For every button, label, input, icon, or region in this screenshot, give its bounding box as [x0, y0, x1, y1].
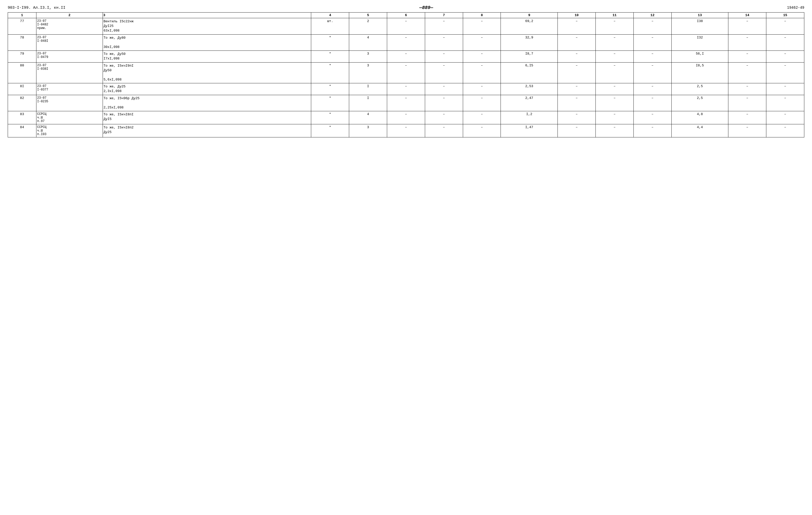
row-cell-4: "	[311, 95, 349, 111]
row-cell-5: 2	[349, 18, 387, 35]
col-header-1: 1	[8, 12, 36, 18]
table-row: 7823-07 I-048IТо же, Ду80 30хI,098"4–––3…	[8, 34, 804, 51]
row-cell-13: I38	[671, 18, 728, 35]
row-description: То же, Ду25 2,3хI,098	[103, 83, 311, 95]
row-cell-11: –	[596, 18, 633, 35]
col-header-9: 9	[501, 12, 558, 18]
row-cell-7: –	[425, 18, 463, 35]
row-number: 83	[8, 111, 36, 124]
row-cell-11: –	[596, 83, 633, 95]
row-cell-6: –	[387, 34, 425, 51]
row-cell-13: 4,4	[671, 124, 728, 138]
row-cell-10: –	[558, 111, 596, 124]
row-description: То же, Ду80 30хI,098	[103, 34, 311, 51]
row-cell-5: I	[349, 83, 387, 95]
row-cell-12: –	[633, 111, 671, 124]
table-row: 8223-07 I-0235То же, I5ч96р Ду25 2,25хI,…	[8, 95, 804, 111]
row-cell-15: –	[766, 95, 804, 111]
table-row: 84ССРСЦ ч.Ш п.I03То же, I5кчI8п2 Ду25"3–…	[8, 124, 804, 138]
row-cell-14: –	[728, 62, 766, 83]
row-cell-13: 2,5	[671, 95, 728, 111]
row-description: То же, I5кчI8пI ДуI5	[103, 111, 311, 124]
col-header-2: 2	[36, 12, 103, 18]
col-header-14: 14	[728, 12, 766, 18]
row-cell-6: –	[387, 51, 425, 62]
row-cell-10: –	[558, 95, 596, 111]
table-row: 8I23-07 I-0377То же, Ду25 2,3хI,098"I–––…	[8, 83, 804, 95]
row-number: 79	[8, 51, 36, 62]
row-cell-14: –	[728, 51, 766, 62]
row-cell-7: –	[425, 62, 463, 83]
row-cell-11: –	[596, 51, 633, 62]
row-code: 23-07 I-0235	[36, 95, 103, 111]
row-cell-5: I	[349, 95, 387, 111]
row-number: 80	[8, 62, 36, 83]
row-code: 23-07 I-0482 прим.	[36, 18, 103, 35]
table-row: 8023-07 I-038IТо же, I5кчI9пI Ду50 5,6хI…	[8, 62, 804, 83]
row-cell-4: "	[311, 111, 349, 124]
row-cell-14: –	[728, 124, 766, 138]
row-cell-11: –	[596, 34, 633, 51]
row-cell-13: 4,8	[671, 111, 728, 124]
table-row: 7923-07 I-0479То же, Ду50 I7хI,098"3–––I…	[8, 51, 804, 62]
row-cell-12: –	[633, 95, 671, 111]
row-cell-11: –	[596, 62, 633, 83]
row-number: 8I	[8, 83, 36, 95]
row-cell-12: –	[633, 51, 671, 62]
row-cell-15: –	[766, 83, 804, 95]
row-cell-15: –	[766, 34, 804, 51]
main-table: 1 2 3 4 5 6 7 8 9 10 11 12 13 14 15 7723…	[8, 12, 804, 138]
col-header-8: 8	[463, 12, 501, 18]
row-number: 78	[8, 34, 36, 51]
row-code: 23-07 I-0479	[36, 51, 103, 62]
row-code: 23-07 I-0377	[36, 83, 103, 95]
row-cell-5: 4	[349, 34, 387, 51]
row-cell-10: –	[558, 62, 596, 83]
row-code: 23-07 I-038I	[36, 62, 103, 83]
col-header-10: 10	[558, 12, 596, 18]
row-description: Вентиль I5с22нж ДуI25 63хI,098	[103, 18, 311, 35]
header-center: —889—	[419, 5, 433, 10]
row-cell-15: –	[766, 111, 804, 124]
row-number: 84	[8, 124, 36, 138]
row-number: 82	[8, 95, 36, 111]
row-cell-9: 32,9	[501, 34, 558, 51]
row-cell-13: 2,5	[671, 83, 728, 95]
row-cell-14: –	[728, 18, 766, 35]
row-cell-15: –	[766, 62, 804, 83]
row-cell-9: I,2	[501, 111, 558, 124]
col-header-12: 12	[633, 12, 671, 18]
row-cell-13: I8,5	[671, 62, 728, 83]
row-cell-10: –	[558, 124, 596, 138]
row-cell-8: –	[463, 111, 501, 124]
row-cell-9: 69,2	[501, 18, 558, 35]
row-cell-12: –	[633, 34, 671, 51]
row-cell-4: шт.	[311, 18, 349, 35]
row-cell-6: –	[387, 18, 425, 35]
header-left: 903-I-I99. Ал.I3.I, кн.II	[8, 6, 65, 10]
row-cell-15: –	[766, 124, 804, 138]
row-cell-12: –	[633, 62, 671, 83]
col-header-6: 6	[387, 12, 425, 18]
row-cell-4: "	[311, 51, 349, 62]
row-cell-5: 3	[349, 62, 387, 83]
row-cell-9: 2,47	[501, 95, 558, 111]
table-row: 7723-07 I-0482 прим.Вентиль I5с22нж ДуI2…	[8, 18, 804, 35]
row-cell-10: –	[558, 34, 596, 51]
row-description: То же, Ду50 I7хI,098	[103, 51, 311, 62]
row-cell-4: "	[311, 83, 349, 95]
row-cell-4: "	[311, 34, 349, 51]
col-header-13: 13	[671, 12, 728, 18]
row-cell-9: I8,7	[501, 51, 558, 62]
row-cell-10: –	[558, 83, 596, 95]
row-cell-9: 6,I5	[501, 62, 558, 83]
row-cell-6: –	[387, 124, 425, 138]
row-cell-5: 3	[349, 51, 387, 62]
col-header-11: 11	[596, 12, 633, 18]
row-cell-14: –	[728, 34, 766, 51]
row-cell-13: I32	[671, 34, 728, 51]
row-cell-11: –	[596, 111, 633, 124]
col-header-3: 3	[103, 12, 311, 18]
row-cell-12: –	[633, 83, 671, 95]
row-cell-11: –	[596, 124, 633, 138]
